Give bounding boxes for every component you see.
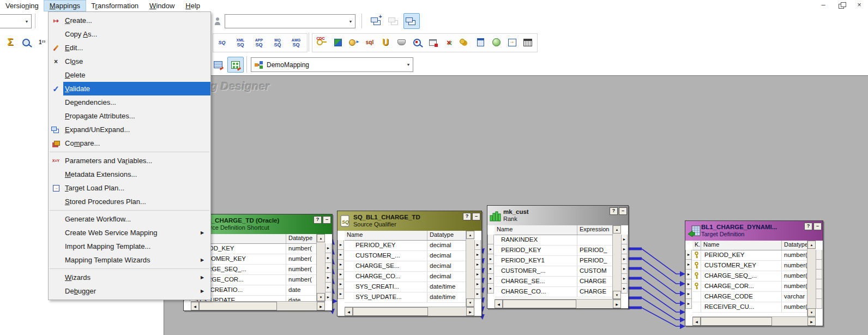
horizontal-scrollbar[interactable]: ◀▶ [191,301,325,310]
menubar-item-transformation[interactable]: Transformation [86,1,144,11]
edit-mapping-button[interactable] [227,57,244,73]
menu-item-parameters-and-variables[interactable]: X=YParameters and Variables... [49,154,210,168]
left-port-connector[interactable]: ► [685,299,692,309]
right-port-connector[interactable]: ► [621,274,628,284]
port-row[interactable]: PERIOD_KEYnumber( [692,250,807,261]
lookup-red-magnifier-button[interactable] [409,34,425,50]
port-row[interactable]: SYS_CREATI...date/time [345,282,466,292]
collapse-button[interactable]: – [323,216,331,224]
right-port-connector[interactable]: ► [621,284,628,294]
menubar-item-help[interactable]: Help [180,1,206,11]
scroll-down-icon[interactable]: ▼ [807,308,816,316]
right-port-connector[interactable]: ► [325,263,331,273]
aggregator-sigma-button[interactable]: Σ [2,34,19,50]
help-button[interactable]: ? [463,213,471,220]
help-button[interactable]: ? [610,207,618,215]
scroll-down-icon[interactable]: ▼ [466,298,474,307]
scroll-up-icon[interactable]: ▲ [317,234,325,242]
union-transformation-button[interactable]: U [377,34,394,50]
rank-coins-button[interactable] [456,34,473,50]
horizontal-scrollbar[interactable]: ◀▶ [692,316,816,326]
source-qualifier-title-bar[interactable]: SQSQ_BL1_CHARGE_TDSource Qualifier?– [337,211,481,231]
menu-item-dependencies[interactable]: Dependencies... [49,95,210,109]
right-port-connector[interactable]: ► [621,235,628,244]
right-port-connector[interactable]: ► [325,292,331,301]
collapse-button[interactable]: – [619,207,627,215]
left-port-connector[interactable]: ► [337,250,344,260]
port-row[interactable]: SYS_UPDATE...date/time [345,292,466,303]
menu-item-mapping-template-wizards[interactable]: Mapping Template Wizards▶ [49,253,210,267]
menu-item-create[interactable]: ↦Create... [49,14,210,27]
menu-item-stored-procedures-plan[interactable]: Stored Procedures Plan... [49,195,210,208]
menu-item-debugger[interactable]: Debugger▶ [49,284,210,298]
scroll-right-icon[interactable]: ▶ [466,307,474,316]
help-button[interactable]: ? [314,216,322,224]
mq-source-qualifier-button[interactable]: MQSQ [269,34,286,50]
menu-item-expand-unexpand[interactable]: Expand/UnExpand... [49,123,210,136]
right-port-connector[interactable]: ► [621,244,628,254]
menu-item-delete[interactable]: Delete [49,68,210,82]
xml-source-qualifier-button[interactable]: XMLSQ [232,34,249,50]
mapplet-input-button[interactable] [330,34,346,50]
menu-item-compare[interactable]: Compare... [49,136,210,150]
right-port-connector[interactable] [816,260,822,270]
right-port-connector[interactable] [816,270,822,279]
left-port-connector[interactable]: ► [337,260,344,270]
custom-transformation-button[interactable] [393,34,409,50]
horizontal-scroll-thumb[interactable] [199,302,277,310]
horizontal-scroll-thumb[interactable] [503,300,576,308]
left-port-connector[interactable]: ► [685,260,692,270]
user-button[interactable] [209,13,226,29]
menu-item-target-load-plan[interactable]: →Target Load Plan... [49,181,210,195]
port-row[interactable]: CHARGE_SEQ_...number( [692,271,807,282]
dropdown-arrow-icon[interactable]: ▼ [346,20,355,23]
scroll-right-icon[interactable]: ▶ [807,317,816,326]
left-port-connector[interactable]: ► [685,289,692,299]
left-port-connector[interactable]: ► [487,254,494,264]
cdc-key-button[interactable]: CDC [314,34,330,50]
horizontal-scrollbar[interactable]: ◀▶ [345,307,474,316]
port-row[interactable]: CHARGE_CODEvarchar [692,292,807,302]
left-port-connector[interactable]: ► [487,274,494,284]
right-port-connector[interactable] [816,289,822,299]
menu-item-edit[interactable]: Edit... [49,41,210,55]
scroll-left-icon[interactable]: ◀ [495,300,503,308]
scroll-right-icon[interactable]: ▶ [613,300,621,308]
export-arrow-button[interactable] [504,34,520,50]
collapse-button[interactable]: – [813,223,822,230]
scroll-up-icon[interactable]: ▲ [613,225,621,234]
menu-item-copy-as[interactable]: Copy As... [49,27,210,41]
search-combobox[interactable]: ▼ [225,14,355,28]
amg-source-qualifier-button[interactable]: AMGSQ [288,34,304,50]
dropdown-arrow-icon[interactable]: ▼ [404,63,413,67]
source-qualifier-button[interactable]: SQ [214,34,230,50]
rank-title-bar[interactable]: mk_custRank?– [487,206,628,225]
left-port-connector[interactable] [487,235,494,244]
menu-item-validate[interactable]: ✓Validate [49,82,210,95]
left-port-connector[interactable]: ► [685,279,692,289]
minimize-icon[interactable]: – [819,1,828,9]
right-port-connector[interactable]: ► [474,279,481,289]
horizontal-scroll-thumb[interactable] [701,317,772,326]
port-row[interactable]: PERIOD_KEYdecimal [345,241,466,251]
globe-button[interactable] [488,34,504,50]
left-port-connector[interactable]: ► [685,250,692,260]
edit-tables-button[interactable] [210,57,226,73]
left-port-connector[interactable]: ► [487,264,494,274]
xml-parser-button[interactable]: × [441,34,457,50]
left-port-connector[interactable]: ► [337,270,344,279]
menu-item-import-mapping-template[interactable]: Import Mapping Template... [49,240,210,253]
right-port-connector[interactable] [816,279,822,289]
vertical-scrollbar[interactable]: ▲▼ [612,225,621,299]
left-port-connector[interactable]: ► [685,270,692,279]
scroll-down-icon[interactable]: ▼ [613,291,621,299]
menu-item-generate-workflow[interactable]: Generate Workflow... [49,212,210,226]
port-row[interactable]: CHARGE_CO...decimal [345,272,466,282]
port-row[interactable]: RECEIVER_CU...number( [692,302,807,313]
vertical-scroll-track[interactable] [807,249,816,308]
autolink-button[interactable] [403,13,420,29]
vertical-scroll-track[interactable] [317,242,325,293]
scroll-up-icon[interactable]: ▲ [466,231,474,239]
right-port-connector[interactable]: ► [325,273,331,283]
right-port-connector[interactable]: ► [474,289,481,299]
